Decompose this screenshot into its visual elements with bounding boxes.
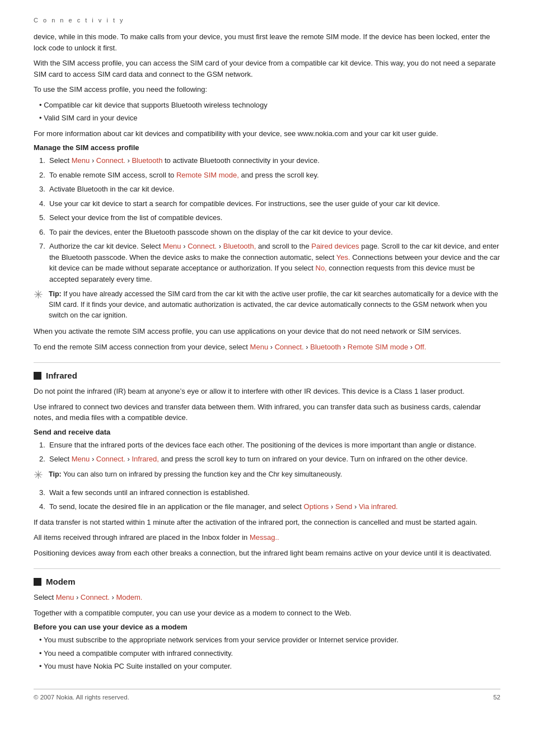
list-item: Compatible car kit device that supports … — [39, 100, 500, 111]
infrared-steps-list: 1. Ensure that the infrared ports of the… — [39, 440, 500, 465]
tip-label-2: Tip: — [49, 470, 62, 478]
infrared-para-1: Do not point the infrared (IR) beam at a… — [34, 386, 500, 397]
intro-text: device, while in this mode. To make call… — [34, 31, 500, 95]
tip-box-1: ✳ Tip: If you have already accessed the … — [34, 289, 500, 320]
infrared-after-2: All items received through infrared are … — [34, 532, 500, 543]
step-num: 4. — [39, 198, 45, 209]
list-item: 2. To enable remote SIM access, scroll t… — [39, 170, 500, 181]
tip-icon: ✳ — [34, 288, 43, 301]
tip-content-2: You can also turn on infrared by pressin… — [62, 470, 342, 478]
connect-link[interactable]: Connect. — [96, 156, 125, 165]
infrared-para-2: Use infrared to connect two devices and … — [34, 402, 500, 423]
menu-link[interactable]: Menu — [163, 242, 181, 250]
via-infrared-link[interactable]: Via infrared. — [359, 502, 398, 511]
list-item: You must subscribe to the appropriate ne… — [39, 634, 500, 646]
manage-heading: Manage the SIM access profile — [34, 143, 500, 152]
bluetooth-link[interactable]: Bluetooth — [310, 343, 341, 351]
modem-select-text: Select Menu › Connect. › Modem. — [34, 592, 500, 603]
menu-link[interactable]: Menu — [72, 156, 90, 165]
messag-link[interactable]: Messag.. — [250, 533, 279, 542]
section-square-icon-modem — [34, 578, 41, 586]
intro-para-2: With the SIM access profile, you can acc… — [34, 58, 500, 80]
step-num: 2. — [39, 454, 45, 465]
tip-text-1: Tip: If you have already accessed the SI… — [49, 289, 500, 320]
copyright-text: © 2007 Nokia. All rights reserved. — [34, 694, 129, 701]
list-item: 5. Select your device from the list of c… — [39, 212, 500, 223]
more-info-text: For more information about car kit devic… — [34, 128, 500, 139]
page-footer: © 2007 Nokia. All rights reserved. 52 — [34, 689, 500, 701]
list-item: 1. Ensure that the infrared ports of the… — [39, 440, 500, 451]
step-num: 1. — [39, 440, 45, 451]
after-tip-para-1: When you activate the remote SIM access … — [34, 326, 500, 337]
tip-label: Tip: — [49, 290, 62, 298]
tip-content: If you have already accessed the SIM car… — [49, 290, 498, 319]
connect-link[interactable]: Connect. — [96, 455, 125, 463]
before-modem-heading: Before you can use your device as a mode… — [34, 623, 500, 631]
step-num: 3. — [39, 487, 45, 498]
off-link[interactable]: Off. — [415, 343, 427, 351]
page-number: 52 — [493, 694, 500, 701]
paired-devices-link[interactable]: Paired devices — [311, 242, 359, 250]
modem-link[interactable]: Modem. — [116, 593, 142, 601]
send-receive-heading: Send and receive data — [34, 428, 500, 436]
list-item: 6. To pair the devices, enter the Blueto… — [39, 227, 500, 238]
infrared-after-1: If data transfer is not started within 1… — [34, 517, 500, 528]
list-item: 1. Select Menu › Connect. › Bluetooth to… — [39, 155, 500, 166]
modem-heading-text: Modem — [46, 577, 76, 586]
menu-link[interactable]: Menu — [72, 455, 90, 463]
step-num: 5. — [39, 212, 45, 223]
infrared-link[interactable]: Infrared, — [132, 455, 158, 463]
connect-link[interactable]: Connect. — [188, 242, 217, 250]
step-num: 2. — [39, 170, 45, 181]
remote-sim-mode-link[interactable]: Remote SIM mode — [348, 343, 408, 351]
list-item: 4. Use your car kit device to start a se… — [39, 198, 500, 209]
intro-para-1: device, while in this mode. To make call… — [34, 31, 500, 53]
step-num: 3. — [39, 184, 45, 195]
tip-box-2: ✳ Tip: You can also turn on infrared by … — [34, 469, 500, 482]
list-item: 2. Select Menu › Connect. › Infrared, an… — [39, 454, 500, 465]
infrared-section-heading: Infrared — [34, 362, 500, 380]
section-square-icon — [34, 372, 41, 380]
infrared-after-3: Positioning devices away from each other… — [34, 548, 500, 559]
modem-requirements-list: You must subscribe to the appropriate ne… — [39, 634, 500, 672]
bluetooth-link[interactable]: Bluetooth, — [223, 242, 256, 250]
tip-text-2: Tip: You can also turn on infrared by pr… — [49, 469, 342, 480]
no-link[interactable]: No, — [316, 264, 327, 272]
requirements-list: Compatible car kit device that supports … — [39, 100, 500, 124]
step-num: 6. — [39, 227, 45, 238]
modem-para: Together with a compatible computer, you… — [34, 608, 500, 619]
infrared-steps-after-tip: 3. Wait a few seconds until an infrared … — [39, 487, 500, 512]
remote-sim-link[interactable]: Remote SIM mode, — [176, 171, 239, 179]
connect-link[interactable]: Connect. — [275, 343, 304, 351]
options-link[interactable]: Options — [304, 502, 329, 511]
step-num: 4. — [39, 501, 45, 512]
menu-link[interactable]: Menu — [250, 343, 269, 351]
manage-steps-list: 1. Select Menu › Connect. › Bluetooth to… — [39, 155, 500, 284]
send-link[interactable]: Send — [335, 502, 352, 511]
after-tip-para-2: To end the remote SIM access connection … — [34, 342, 500, 353]
infrared-heading-text: Infrared — [46, 371, 77, 380]
step-num: 7. — [39, 241, 45, 252]
modem-section-heading: Modem — [34, 568, 500, 586]
list-item: You must have Nokia PC Suite installed o… — [39, 661, 500, 672]
tip-icon-2: ✳ — [34, 468, 43, 482]
menu-link[interactable]: Menu — [56, 593, 74, 601]
page-header: C o n n e c t i v i t y — [34, 17, 500, 24]
step-num: 1. — [39, 155, 45, 166]
list-item: 3. Wait a few seconds until an infrared … — [39, 487, 500, 498]
list-item: 7. Authorize the car kit device. Select … — [39, 241, 500, 284]
list-item: 4. To send, locate the desired file in a… — [39, 501, 500, 512]
intro-para-3: To use the SIM access profile, you need … — [34, 84, 500, 95]
list-item: Valid SIM card in your device — [39, 113, 500, 124]
bluetooth-link[interactable]: Bluetooth — [132, 156, 162, 165]
list-item: You need a compatible computer with infr… — [39, 648, 500, 659]
connect-link[interactable]: Connect. — [81, 593, 110, 601]
list-item: 3. Activate Bluetooth in the car kit dev… — [39, 184, 500, 195]
yes-link[interactable]: Yes. — [336, 253, 350, 262]
